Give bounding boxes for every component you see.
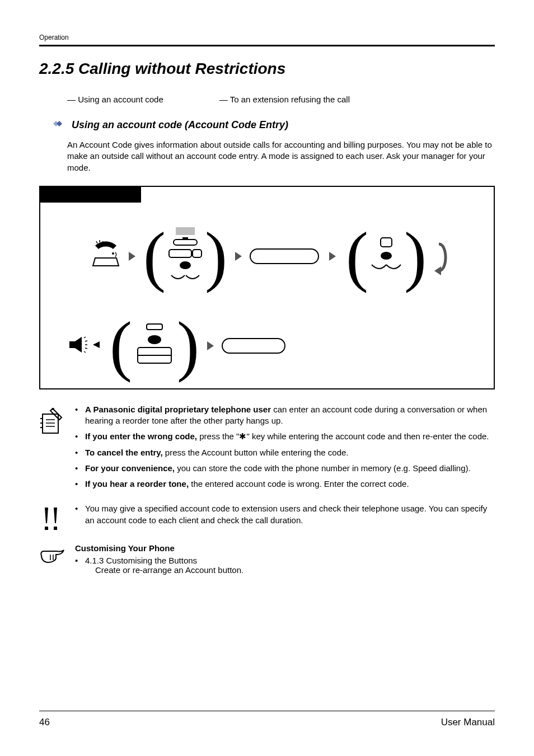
note-list-2: You may give a specified account code to…: [75, 503, 495, 534]
svg-rect-12: [69, 341, 75, 348]
arrow-icon: [207, 341, 214, 350]
notes-icon: [39, 404, 65, 495]
svg-rect-4: [174, 240, 197, 245]
svg-rect-5: [182, 237, 188, 240]
diagram-label-bar: [40, 187, 141, 203]
link-using-account-code: — Using an account code: [67, 95, 163, 104]
star-key-icon: ✱: [239, 432, 246, 441]
note-item: If you enter the wrong code, press the "…: [75, 431, 495, 442]
svg-marker-11: [434, 266, 441, 275]
right-paren: ): [205, 226, 227, 287]
svg-marker-14: [93, 341, 100, 348]
note-list-1: A Panasonic digital proprietary telephon…: [75, 404, 495, 495]
procedure-diagram: ( ) (: [39, 186, 495, 389]
svg-rect-15: [147, 324, 162, 330]
footer-label: User Manual: [441, 717, 495, 728]
link-to-extension-refusing: — To an extension refusing the call: [219, 95, 350, 104]
phone-panel-icon: [132, 323, 177, 369]
entry-slot: [250, 248, 319, 264]
subsection-links: — Using an account code — To an extensio…: [39, 95, 495, 104]
return-arrow-icon: [433, 240, 450, 273]
arrow-icon: [235, 252, 242, 261]
phone-panel-group: [166, 226, 205, 287]
note-list-3: 4.1.3 Customising the Buttons Create or …: [75, 555, 495, 576]
customising-heading: Customising Your Phone: [75, 543, 495, 553]
subsection-heading: Using an account code (Account Code Entr…: [72, 119, 288, 131]
note-item: For your convenience, you can store the …: [75, 463, 495, 474]
svg-point-8: [180, 261, 191, 269]
right-paren: ): [177, 316, 199, 376]
arrow-icon: [329, 252, 336, 261]
svg-rect-3: [176, 227, 195, 235]
speaker-tone-icon: [68, 334, 102, 358]
svg-rect-28: [54, 527, 57, 530]
svg-marker-1: [57, 121, 62, 126]
left-paren: (: [110, 316, 132, 376]
section-title: 2.2.5 Calling without Restrictions: [39, 60, 495, 78]
left-paren: (: [143, 226, 166, 287]
important-icon: [39, 503, 65, 534]
diamond-bullet-icon: [49, 119, 65, 131]
note-item: You may give a specified account code to…: [75, 503, 495, 526]
svg-point-10: [381, 252, 392, 260]
intro-paragraph: An Account Code gives information about …: [67, 139, 495, 173]
phone-panel-icon: [368, 236, 404, 277]
page-number: 46: [39, 717, 50, 728]
entry-slot: [222, 338, 285, 354]
footer-rule: [39, 711, 495, 711]
right-paren: ): [404, 226, 427, 287]
note-item: 4.1.3 Customising the Buttons Create or …: [75, 555, 495, 576]
svg-rect-27: [45, 527, 48, 530]
svg-rect-9: [381, 238, 392, 247]
header-rule: [39, 45, 495, 46]
note-item: A Panasonic digital proprietary telephon…: [75, 404, 495, 427]
handset-icon: [91, 240, 121, 273]
arrow-icon: [129, 252, 135, 261]
svg-point-26: [52, 408, 54, 410]
svg-point-2: [112, 252, 114, 255]
note-item: To cancel the entry, press the Account b…: [75, 447, 495, 458]
pointing-hand-icon: [39, 543, 65, 580]
left-paren: (: [346, 226, 368, 287]
note-item: If you hear a reorder tone, the entered …: [75, 478, 495, 490]
svg-rect-7: [193, 250, 202, 257]
running-head: Operation: [39, 34, 495, 41]
svg-marker-13: [75, 337, 82, 353]
svg-rect-6: [169, 250, 191, 257]
svg-point-16: [148, 335, 161, 344]
